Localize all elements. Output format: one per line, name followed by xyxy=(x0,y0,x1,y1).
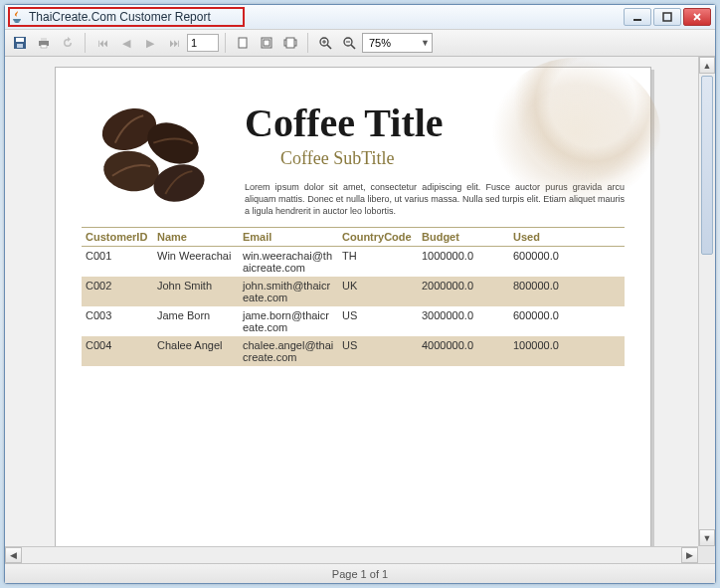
cell-budget: 4000000.0 xyxy=(418,336,509,366)
actual-size-button[interactable] xyxy=(232,32,254,54)
last-page-button[interactable]: ⏭ xyxy=(163,32,185,54)
separator xyxy=(225,33,226,53)
table-header-row: CustomerID Name Email CountryCode Budget… xyxy=(82,228,625,247)
scroll-track[interactable] xyxy=(699,74,715,529)
first-icon: ⏮ xyxy=(97,37,108,49)
svg-rect-1 xyxy=(663,13,671,21)
java-icon xyxy=(9,9,25,25)
report-viewer: Coffee Title Coffee SubTitle Lorem ipsum… xyxy=(5,57,715,546)
customer-table: CustomerID Name Email CountryCode Budget… xyxy=(82,227,625,366)
cell-cc: UK xyxy=(338,277,418,306)
report-header: Coffee Title Coffee SubTitle Lorem ipsum… xyxy=(82,90,625,217)
svg-rect-3 xyxy=(16,38,24,42)
cell-cc: US xyxy=(338,306,418,336)
table-row: C004 Chalee Angel chalee.angel@thaicreat… xyxy=(82,336,625,366)
table-row: C003 Jame Born jame.born@thaicreate.com … xyxy=(82,306,625,336)
print-button[interactable] xyxy=(33,32,55,54)
svg-point-22 xyxy=(100,146,162,195)
cell-name: Chalee Angel xyxy=(153,336,239,366)
cell-budget: 2000000.0 xyxy=(418,277,509,306)
fit-page-button[interactable] xyxy=(256,32,277,54)
vertical-scrollbar[interactable]: ▲ ▼ xyxy=(698,57,715,546)
cell-id: C001 xyxy=(82,247,153,278)
zoom-in-button[interactable] xyxy=(314,32,336,54)
svg-rect-7 xyxy=(41,45,47,48)
col-name: Name xyxy=(153,228,239,247)
cell-used: 600000.0 xyxy=(509,247,625,278)
scroll-right-button[interactable]: ▶ xyxy=(681,547,698,563)
cell-used: 800000.0 xyxy=(509,277,625,306)
scroll-down-button[interactable]: ▼ xyxy=(699,529,715,546)
next-page-button[interactable]: ▶ xyxy=(139,32,161,54)
titlebar[interactable]: ThaiCreate.Com Customer Report xyxy=(5,5,715,29)
first-page-button[interactable]: ⏮ xyxy=(91,32,113,54)
svg-rect-0 xyxy=(633,19,641,21)
save-icon xyxy=(13,36,27,50)
report-canvas[interactable]: Coffee Title Coffee SubTitle Lorem ipsum… xyxy=(5,57,698,546)
col-countrycode: CountryCode xyxy=(338,228,418,247)
next-icon: ▶ xyxy=(146,37,154,50)
scroll-corner xyxy=(698,546,715,563)
svg-rect-12 xyxy=(286,38,294,48)
page-number-input[interactable] xyxy=(187,34,219,52)
col-used: Used xyxy=(509,228,625,247)
cell-email: win.weerachai@thaicreate.com xyxy=(239,247,338,278)
bottom-scroll-row: ◀ ▶ xyxy=(5,546,715,563)
cell-cc: TH xyxy=(338,247,418,278)
svg-rect-4 xyxy=(17,44,23,48)
separator xyxy=(307,33,308,53)
prev-page-button[interactable]: ◀ xyxy=(115,32,137,54)
report-title: Coffee Title xyxy=(245,99,625,146)
reload-button[interactable] xyxy=(57,32,79,54)
cell-id: C004 xyxy=(82,336,153,366)
maximize-button[interactable] xyxy=(653,8,681,26)
zoom-out-button[interactable] xyxy=(338,32,360,54)
col-budget: Budget xyxy=(418,228,509,247)
zoom-in-icon xyxy=(318,36,332,50)
app-window: ThaiCreate.Com Customer Report ⏮ ◀ ▶ ⏭ xyxy=(4,4,716,584)
cell-id: C002 xyxy=(82,277,153,306)
cell-name: John Smith xyxy=(153,277,239,306)
page-status-text: Page 1 of 1 xyxy=(332,568,388,580)
cell-used: 600000.0 xyxy=(509,306,625,336)
cell-cc: US xyxy=(338,336,418,366)
cell-email: john.smith@thaicreate.com xyxy=(239,277,338,306)
fit-width-button[interactable] xyxy=(279,32,301,54)
fit-width-icon xyxy=(283,36,297,50)
separator xyxy=(85,33,86,53)
reload-icon xyxy=(61,36,75,50)
report-page: Coffee Title Coffee SubTitle Lorem ipsum… xyxy=(55,67,651,546)
scroll-track[interactable] xyxy=(22,547,681,563)
close-button[interactable] xyxy=(683,8,711,26)
horizontal-scrollbar[interactable]: ◀ ▶ xyxy=(5,546,698,563)
svg-rect-10 xyxy=(264,40,270,46)
zoom-select[interactable]: 75% ▼ xyxy=(362,33,433,53)
window-title: ThaiCreate.Com Customer Report xyxy=(29,10,211,24)
save-button[interactable] xyxy=(9,32,31,54)
last-icon: ⏭ xyxy=(169,37,180,49)
report-titles: Coffee Title Coffee SubTitle Lorem ipsum… xyxy=(245,90,625,217)
report-description: Lorem ipsum dolor sit amet, consectetur … xyxy=(245,181,625,217)
scroll-up-button[interactable]: ▲ xyxy=(699,57,715,74)
scroll-thumb[interactable] xyxy=(701,76,713,255)
cell-id: C003 xyxy=(82,306,153,336)
svg-point-23 xyxy=(149,159,209,207)
svg-line-14 xyxy=(327,45,331,49)
table-row: C002 John Smith john.smith@thaicreate.co… xyxy=(82,277,625,306)
col-email: Email xyxy=(239,228,338,247)
svg-rect-8 xyxy=(239,38,247,48)
scroll-left-button[interactable]: ◀ xyxy=(5,547,22,563)
print-icon xyxy=(37,36,51,50)
col-customerid: CustomerID xyxy=(82,228,153,247)
coffee-beans-image xyxy=(82,90,231,209)
table-row: C001 Win Weerachai win.weerachai@thaicre… xyxy=(82,247,625,278)
window-controls xyxy=(624,8,711,26)
zoom-value: 75% xyxy=(369,37,391,49)
fit-page-icon xyxy=(260,36,273,50)
cell-email: chalee.angel@thaicreate.com xyxy=(239,336,338,366)
prev-icon: ◀ xyxy=(122,37,130,50)
cell-name: Jame Born xyxy=(153,306,239,336)
minimize-button[interactable] xyxy=(624,8,651,26)
zoom-out-icon xyxy=(342,36,356,50)
cell-name: Win Weerachai xyxy=(153,247,239,278)
